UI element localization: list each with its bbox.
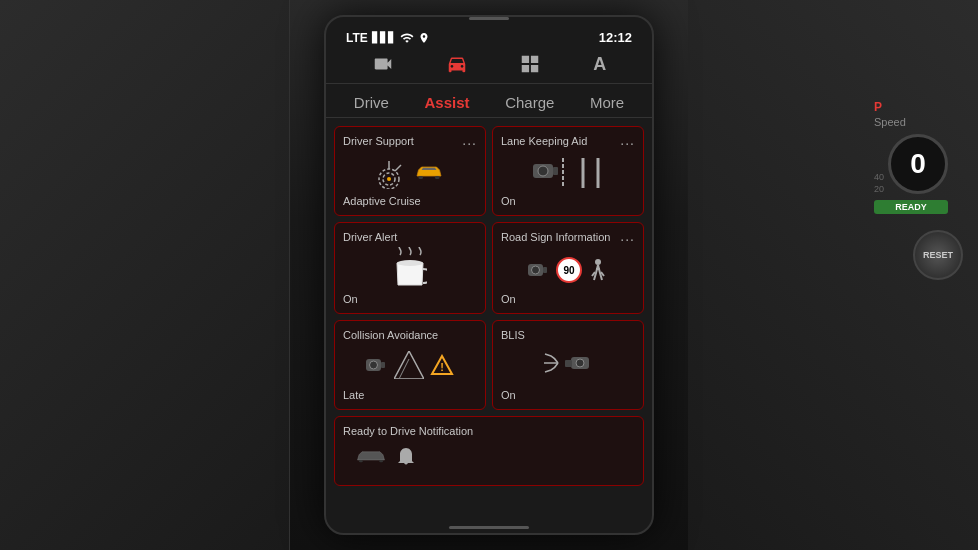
status-bar: LTE ▋▋▋ 12:12 — [326, 22, 652, 49]
nav-car[interactable] — [446, 53, 468, 75]
card-driver-support-status: Adaptive Cruise — [343, 195, 477, 207]
radar-icon — [373, 157, 405, 189]
signal-bars: ▋▋▋ — [372, 32, 396, 43]
card-road-sign-dots[interactable]: ··· — [620, 231, 635, 247]
font-label: A — [593, 54, 606, 75]
card-blis-status: On — [501, 389, 635, 401]
dashboard: P Speed 40 20 0 READY RESET LTE ▋▋▋ — [0, 0, 978, 550]
time-display: 12:12 — [599, 30, 632, 45]
card-lane-keeping-dots[interactable]: ··· — [620, 135, 635, 151]
card-ready-to-drive-header: Ready to Drive Notification — [343, 425, 635, 437]
card-blis-icon-area — [501, 341, 635, 389]
svg-text:!: ! — [440, 361, 444, 373]
card-driver-support-icon-area — [343, 151, 477, 195]
svg-point-4 — [387, 177, 391, 181]
card-driver-support-dots[interactable]: ··· — [462, 135, 477, 151]
location-icon — [418, 32, 430, 44]
card-driver-alert-title: Driver Alert — [343, 231, 397, 243]
lane-keeping-visual — [533, 158, 603, 188]
card-lane-keeping-title: Lane Keeping Aid — [501, 135, 587, 147]
top-nav: A — [326, 49, 652, 84]
card-blis-title: BLIS — [501, 329, 525, 341]
tab-charge[interactable]: Charge — [499, 92, 560, 113]
tab-drive[interactable]: Drive — [348, 92, 395, 113]
ready-car-icon — [353, 447, 389, 467]
card-driver-alert-header: Driver Alert — [343, 231, 477, 243]
collision-camera-icon — [366, 357, 388, 373]
warning-triangle-icon: ! — [430, 354, 454, 376]
notification-bell-icon — [397, 446, 415, 468]
car-front-icon — [411, 162, 447, 184]
card-driver-alert[interactable]: Driver Alert — [334, 222, 486, 314]
svg-point-9 — [538, 166, 548, 176]
ready-to-drive-visual — [343, 446, 415, 468]
card-lane-keeping-icon-area — [501, 151, 635, 195]
tab-more[interactable]: More — [584, 92, 630, 113]
svg-rect-6 — [435, 176, 440, 179]
blis-visual — [543, 350, 593, 380]
svg-rect-23 — [565, 360, 572, 367]
pedestrian-sign — [588, 258, 608, 282]
card-blis[interactable]: BLIS — [492, 320, 644, 410]
gear-speed-label: Speed — [874, 116, 948, 128]
cup-icon — [393, 259, 427, 289]
ready-status: READY — [874, 200, 948, 214]
svg-rect-26 — [379, 460, 383, 462]
card-lane-keeping-status: On — [501, 195, 635, 207]
coffee-visual — [393, 247, 427, 289]
card-road-sign-title: Road Sign Information — [501, 231, 610, 243]
dash-right-panel: P Speed 40 20 0 READY RESET — [688, 0, 978, 550]
card-ready-to-drive-title: Ready to Drive Notification — [343, 425, 473, 437]
status-left: LTE ▋▋▋ — [346, 31, 430, 45]
gear-park: P — [874, 100, 948, 114]
nav-grid[interactable] — [519, 53, 541, 75]
collision-road-icon — [394, 351, 424, 379]
svg-rect-19 — [381, 362, 385, 368]
speed-reading: 0 — [910, 148, 926, 180]
blis-radar-icon — [543, 350, 593, 380]
speedometer: 0 — [888, 134, 948, 194]
card-collision[interactable]: Collision Avoidance — [334, 320, 486, 410]
speed-sign-90: 90 — [556, 257, 582, 283]
svg-point-16 — [532, 266, 540, 274]
svg-point-20 — [370, 361, 378, 369]
card-road-sign-icon-area: 90 — [501, 247, 635, 293]
reset-knob[interactable]: RESET — [913, 230, 963, 280]
notch-line — [469, 17, 509, 20]
card-lane-keeping-header: Lane Keeping Aid ··· — [501, 135, 635, 151]
card-driver-alert-icon-area — [343, 243, 477, 293]
svg-point-24 — [576, 359, 584, 367]
svg-rect-15 — [543, 267, 547, 273]
card-ready-to-drive[interactable]: Ready to Drive Notification — [334, 416, 644, 486]
card-collision-icon-area: ! — [343, 341, 477, 389]
speed-val-40: 40 — [874, 172, 884, 182]
speed-val-20: 20 — [874, 184, 884, 194]
card-blis-header: BLIS — [501, 329, 635, 341]
lte-label: LTE — [346, 31, 368, 45]
wifi-icon — [400, 31, 414, 45]
card-driver-alert-status: On — [343, 293, 477, 305]
card-lane-keeping[interactable]: Lane Keeping Aid ··· On — [492, 126, 644, 216]
card-collision-header: Collision Avoidance — [343, 329, 477, 341]
card-driver-support[interactable]: Driver Support ··· — [334, 126, 486, 216]
svg-point-13 — [397, 260, 423, 266]
card-driver-support-title: Driver Support — [343, 135, 414, 147]
home-indicator[interactable] — [449, 526, 529, 529]
card-road-sign[interactable]: Road Sign Information ··· 90 — [492, 222, 644, 314]
svg-rect-25 — [359, 460, 363, 462]
card-ready-to-drive-icon-area — [343, 437, 635, 477]
nav-camera[interactable] — [372, 53, 394, 75]
card-road-sign-header: Road Sign Information ··· — [501, 231, 635, 247]
card-collision-status: Late — [343, 389, 477, 401]
tab-assist[interactable]: Assist — [418, 92, 475, 113]
sign-camera-icon — [528, 262, 550, 278]
tab-bar: Drive Assist Charge More — [326, 84, 652, 118]
gear-indicators: P Speed 40 20 0 READY — [874, 100, 948, 214]
main-screen: LTE ▋▋▋ 12:12 — [324, 15, 654, 535]
svg-point-17 — [595, 259, 601, 265]
card-collision-title: Collision Avoidance — [343, 329, 438, 341]
nav-font[interactable]: A — [593, 54, 606, 75]
svg-rect-5 — [419, 176, 424, 179]
svg-line-3 — [395, 165, 401, 171]
dash-left-panel — [0, 0, 290, 550]
